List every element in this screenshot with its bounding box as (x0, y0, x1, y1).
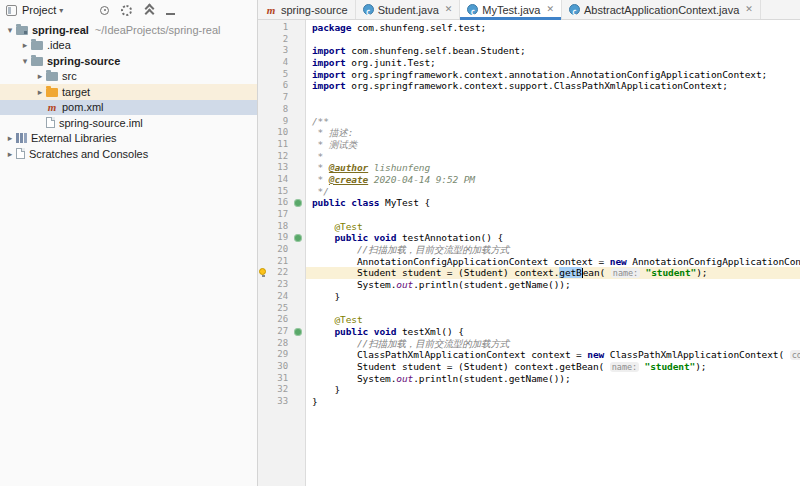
chevron-collapsed-icon[interactable]: ▸ (34, 87, 46, 97)
code-line-16[interactable]: 16public class MyTest { (258, 197, 800, 209)
run-test-icon[interactable] (294, 199, 302, 207)
code-text[interactable]: //扫描加载，目前交流型的加载方式 (306, 244, 800, 256)
code-line-31[interactable]: 31 System.out.println(student.getName())… (258, 373, 800, 385)
code-text[interactable]: @Test (306, 314, 800, 326)
code-line-12[interactable]: 12 * (258, 151, 800, 163)
code-line-5[interactable]: 5import org.springframework.context.anno… (258, 69, 800, 81)
code-text[interactable]: * (306, 151, 800, 163)
code-text[interactable]: //扫描加载，目前交流型的加载方式 (306, 338, 800, 350)
close-icon[interactable]: ✕ (546, 5, 554, 14)
run-test-icon[interactable] (294, 328, 302, 336)
code-text[interactable] (306, 34, 800, 46)
code-text[interactable]: * @author lishunfeng (306, 162, 800, 174)
code-text[interactable]: import org.springframework.context.suppo… (306, 80, 800, 92)
code-text[interactable]: /** (306, 116, 800, 128)
code-text[interactable]: } (306, 396, 800, 408)
code-line-20[interactable]: 20 //扫描加载，目前交流型的加载方式 (258, 244, 800, 256)
tab-abstractapplicationcontext-java[interactable]: AbstractApplicationContext.java✕ (562, 0, 761, 19)
code-line-14[interactable]: 14 * @create 2020-04-14 9:52 PM (258, 174, 800, 186)
code-line-10[interactable]: 10 * 描述: (258, 127, 800, 139)
code-line-22[interactable]: 22 Student student = (Student) context.g… (258, 267, 800, 279)
code-line-18[interactable]: 18 @Test (258, 221, 800, 233)
code-text[interactable] (306, 209, 800, 221)
code-text[interactable] (306, 303, 800, 315)
gutter-icon-cell[interactable] (292, 232, 306, 244)
code-line-24[interactable]: 24 } (258, 291, 800, 303)
code-line-4[interactable]: 4import org.junit.Test; (258, 57, 800, 69)
code-line-7[interactable]: 7 (258, 92, 800, 104)
chevron-collapsed-icon[interactable]: ▸ (19, 40, 31, 50)
hide-panel-icon[interactable] (164, 4, 177, 17)
code-text[interactable]: Student student = (Student) context.getB… (306, 361, 800, 373)
code-line-27[interactable]: 27 public void testXml() { (258, 326, 800, 338)
tab-spring-source[interactable]: spring-source (258, 0, 356, 19)
chevron-collapsed-icon[interactable]: ▸ (34, 71, 46, 81)
code-text[interactable]: public void testAnnotation() { (306, 232, 800, 244)
chevron-collapsed-icon[interactable]: ▸ (4, 149, 16, 159)
collapse-all-icon[interactable] (142, 4, 155, 17)
code-text[interactable]: import org.junit.Test; (306, 57, 800, 69)
code-text[interactable]: import org.springframework.context.annot… (306, 69, 800, 81)
code-line-19[interactable]: 19 public void testAnnotation() { (258, 232, 800, 244)
gutter-icon-cell[interactable] (292, 326, 306, 338)
code-line-33[interactable]: 33} (258, 396, 800, 408)
code-text[interactable]: public class MyTest { (306, 197, 800, 209)
code-editor[interactable]: 1package com.shunfeng.self.test;23import… (258, 20, 800, 486)
code-line-25[interactable]: 25 (258, 303, 800, 315)
code-text[interactable]: import com.shunfeng.self.bean.Student; (306, 45, 800, 57)
code-line-2[interactable]: 2 (258, 34, 800, 46)
code-text[interactable]: * @create 2020-04-14 9:52 PM (306, 174, 800, 186)
gutter-icon-cell[interactable] (292, 197, 306, 209)
tree-item--idea[interactable]: ▸.idea (0, 38, 257, 54)
code-text[interactable]: * 测试类 (306, 139, 800, 151)
tree-item-spring-source[interactable]: ▾spring-source (0, 53, 257, 69)
code-text[interactable]: ClassPathXmlApplicationContext context =… (306, 349, 800, 361)
code-line-32[interactable]: 32 } (258, 384, 800, 396)
tree-item-spring-source-iml[interactable]: spring-source.iml (0, 115, 257, 131)
tab-mytest-java[interactable]: MyTest.java✕ (460, 0, 562, 19)
tab-student-java[interactable]: Student.java✕ (356, 0, 461, 19)
code-text[interactable]: Student student = (Student) context.getB… (306, 267, 800, 279)
code-line-26[interactable]: 26 @Test (258, 314, 800, 326)
code-text[interactable]: System.out.println(student.getName()); (306, 279, 800, 291)
tree-item-src[interactable]: ▸src (0, 69, 257, 85)
code-text[interactable]: System.out.println(student.getName()); (306, 373, 800, 385)
chevron-down-icon[interactable]: ▾ (59, 6, 63, 15)
code-text[interactable] (306, 92, 800, 104)
tree-item-target[interactable]: ▸target (0, 84, 257, 100)
code-line-29[interactable]: 29 ClassPathXmlApplicationContext contex… (258, 349, 800, 361)
code-text[interactable]: } (306, 384, 800, 396)
chevron-collapsed-icon[interactable]: ▸ (4, 133, 16, 143)
chevron-expanded-icon[interactable]: ▾ (4, 25, 16, 35)
chevron-expanded-icon[interactable]: ▾ (19, 56, 31, 66)
gear-icon[interactable] (120, 4, 133, 17)
code-text[interactable]: @Test (306, 221, 800, 233)
code-line-6[interactable]: 6import org.springframework.context.supp… (258, 80, 800, 92)
tree-item-scratches-and-consoles[interactable]: ▸Scratches and Consoles (0, 146, 257, 162)
code-line-11[interactable]: 11 * 测试类 (258, 139, 800, 151)
tree-item-spring-real[interactable]: ▾spring-real~/IdeaProjects/spring-real (0, 22, 257, 38)
lightbulb-icon[interactable] (259, 268, 266, 275)
project-panel-title[interactable]: Project (22, 4, 56, 16)
code-line-17[interactable]: 17 (258, 209, 800, 221)
close-icon[interactable]: ✕ (445, 5, 453, 14)
code-line-13[interactable]: 13 * @author lishunfeng (258, 162, 800, 174)
code-line-21[interactable]: 21 AnnotationConfigApplicationContext co… (258, 256, 800, 268)
code-line-23[interactable]: 23 System.out.println(student.getName())… (258, 279, 800, 291)
code-line-28[interactable]: 28 //扫描加载，目前交流型的加载方式 (258, 338, 800, 350)
code-text[interactable] (306, 104, 800, 116)
code-line-3[interactable]: 3import com.shunfeng.self.bean.Student; (258, 45, 800, 57)
tree-item-pom-xml[interactable]: pom.xml (0, 100, 257, 116)
code-line-1[interactable]: 1package com.shunfeng.self.test; (258, 22, 800, 34)
close-icon[interactable]: ✕ (745, 5, 753, 14)
code-line-8[interactable]: 8 (258, 104, 800, 116)
code-text[interactable]: * 描述: (306, 127, 800, 139)
code-text[interactable]: package com.shunfeng.self.test; (306, 22, 800, 34)
locate-icon[interactable] (98, 4, 111, 17)
code-text[interactable]: } (306, 291, 800, 303)
code-text[interactable]: public void testXml() { (306, 326, 800, 338)
code-line-30[interactable]: 30 Student student = (Student) context.g… (258, 361, 800, 373)
code-line-15[interactable]: 15 */ (258, 186, 800, 198)
tree-item-external-libraries[interactable]: ▸External Libraries (0, 131, 257, 147)
code-text[interactable]: AnnotationConfigApplicationContext conte… (306, 256, 800, 268)
